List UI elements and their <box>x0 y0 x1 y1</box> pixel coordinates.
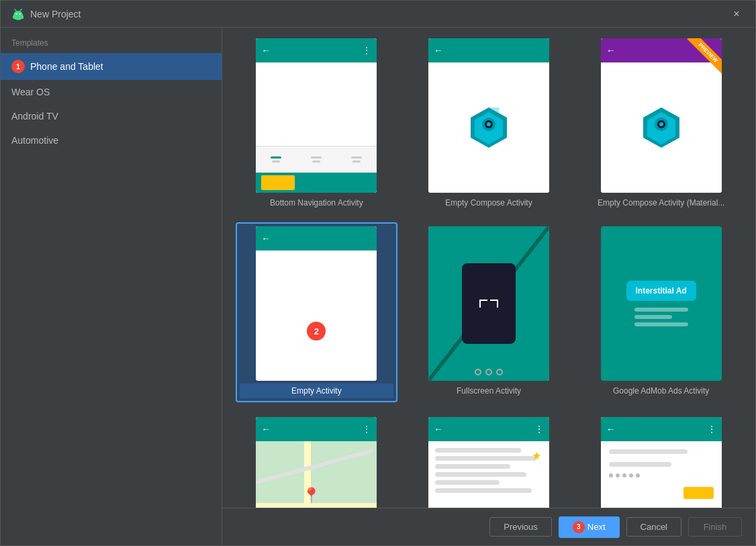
finish-button[interactable]: Finish <box>688 517 742 537</box>
back-arrow-icon-6: ← <box>434 424 443 435</box>
next-label: Next <box>587 522 606 532</box>
template-card-empty-compose[interactable]: ← <box>408 34 570 212</box>
template-preview-empty-activity: ← 2 <box>256 226 377 381</box>
back-arrow-icon: ← <box>261 45 271 56</box>
template-card-admob[interactable]: Interstitial Ad Google AdMob Ads Activit… <box>580 222 742 402</box>
android-icon <box>11 7 25 21</box>
sidebar-item-wear-os[interactable]: Wear OS <box>1 80 222 104</box>
sidebar-section-label: Templates <box>1 28 222 53</box>
fab-badge-2: 2 <box>307 322 326 340</box>
template-preview-maps: ← ⋮ <box>256 417 377 508</box>
svg-line-5 <box>20 9 21 11</box>
template-name-fullscreen: Fullscreen Activity <box>457 386 521 396</box>
svg-rect-6 <box>13 15 14 19</box>
close-button[interactable]: × <box>728 6 745 22</box>
window-title: New Project <box>30 9 81 19</box>
notification-star: ★ <box>532 449 541 462</box>
dots-icon-6: ⋮ <box>534 424 544 435</box>
main-panel: ← ⋮ <box>222 28 755 545</box>
title-bar: New Project × <box>1 1 755 28</box>
svg-point-18 <box>659 122 663 126</box>
dots-icon-5: ⋮ <box>362 424 371 435</box>
template-preview-bottom-nav: ← ⋮ <box>256 38 377 193</box>
template-card-scroll[interactable]: ← ⋮ <box>408 413 570 508</box>
template-card-compose-material[interactable]: PREVIEW ← <box>580 34 742 212</box>
phone-tablet-badge: 1 <box>11 60 25 73</box>
svg-rect-1 <box>14 14 22 19</box>
interstitial-ad-card: Interstitial Ad <box>626 281 696 301</box>
main-content: Templates 1 Phone and Tablet Wear OS And… <box>1 28 755 545</box>
back-arrow-icon-3: ← <box>606 45 616 56</box>
sidebar-item-automotive[interactable]: Automotive <box>1 128 222 152</box>
previous-button[interactable]: Previous <box>489 517 552 537</box>
compose-material-icon <box>638 104 685 151</box>
cancel-button[interactable]: Cancel <box>626 517 681 537</box>
template-name-empty-activity: Empty Activity <box>240 383 393 398</box>
dots-icon-7: ⋮ <box>707 424 716 435</box>
back-arrow-icon-2: ← <box>434 45 443 56</box>
template-name-admob: Google AdMob Ads Activity <box>613 386 709 396</box>
template-name-compose-material: Empty Compose Activity (Material... <box>598 198 724 208</box>
template-name-bottom-nav: Bottom Navigation Activity <box>270 198 363 208</box>
sidebar-item-phone-tablet[interactable]: 1 Phone and Tablet <box>1 53 222 80</box>
sidebar-item-label-automotive: Automotive <box>11 135 58 146</box>
new-project-dialog: New Project × Templates 1 Phone and Tabl… <box>0 0 756 546</box>
footer: Previous 3 Next Cancel Finish <box>222 508 755 545</box>
expand-icon <box>479 300 498 308</box>
svg-point-3 <box>19 13 21 15</box>
svg-rect-7 <box>22 15 23 19</box>
preview-badge: PREVIEW <box>687 38 722 74</box>
sidebar-item-label-android-tv: Android TV <box>11 111 58 122</box>
svg-point-12 <box>487 122 491 126</box>
template-preview-compose-material: PREVIEW ← <box>601 38 722 193</box>
svg-line-4 <box>15 9 16 11</box>
template-card-bottom-nav[interactable]: ← ⋮ <box>236 34 397 212</box>
compose-hex-icon <box>465 104 512 151</box>
map-pin: 📍 <box>302 487 320 504</box>
back-arrow-icon-7: ← <box>606 424 616 435</box>
template-preview-admob: Interstitial Ad <box>601 226 722 381</box>
back-arrow-icon-4: ← <box>261 233 271 244</box>
sidebar-item-label-wear-os: Wear OS <box>11 87 50 97</box>
sidebar-item-android-tv[interactable]: Android TV <box>1 104 222 128</box>
svg-point-2 <box>16 13 17 15</box>
template-card-login[interactable]: ← ⋮ <box>580 413 742 508</box>
template-grid-container[interactable]: ← ⋮ <box>222 28 755 508</box>
template-preview-empty-compose: ← <box>428 38 549 193</box>
template-grid: ← ⋮ <box>236 34 742 508</box>
template-card-empty-activity[interactable]: ← 2 Empty Activity <box>236 222 397 402</box>
title-bar-left: New Project <box>11 7 81 21</box>
template-preview-login: ← ⋮ <box>601 417 722 508</box>
template-card-maps[interactable]: ← ⋮ <box>236 413 397 508</box>
sidebar-item-label-phone-tablet: Phone and Tablet <box>30 61 103 72</box>
back-arrow-icon-5: ← <box>261 424 271 435</box>
template-preview-fullscreen <box>428 226 549 381</box>
sidebar: Templates 1 Phone and Tablet Wear OS And… <box>1 28 222 545</box>
template-preview-scroll: ← ⋮ <box>428 417 549 508</box>
template-name-empty-compose: Empty Compose Activity <box>445 198 532 208</box>
dots-icon: ⋮ <box>362 45 371 56</box>
next-button[interactable]: 3 Next <box>559 516 620 538</box>
next-badge: 3 <box>573 521 585 533</box>
template-card-fullscreen[interactable]: Fullscreen Activity <box>408 222 570 402</box>
